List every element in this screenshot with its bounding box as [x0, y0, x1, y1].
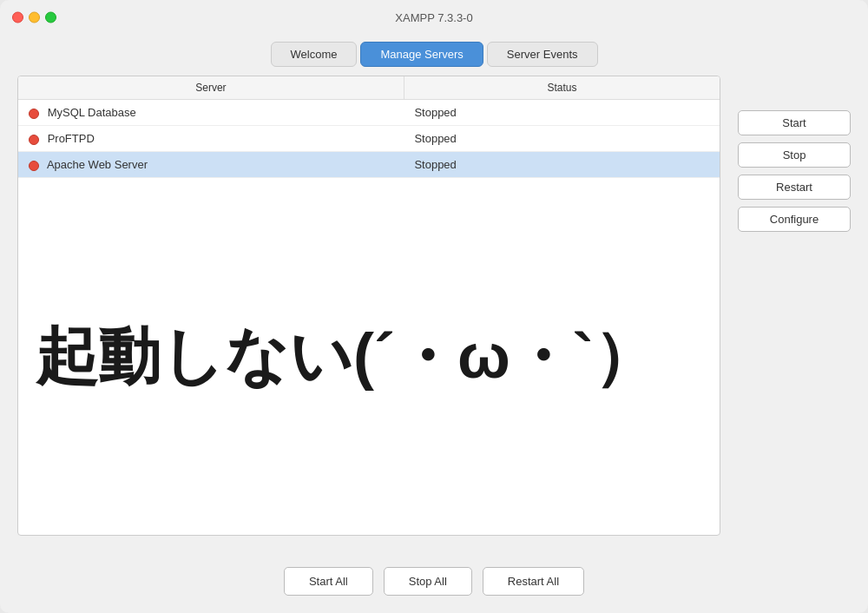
main-panel: Server Status MySQL Database Stopped: [17, 76, 720, 536]
bottom-buttons: Start All Stop All Restart All: [284, 567, 584, 596]
column-server: Server: [18, 76, 404, 100]
server-name-mysql: MySQL Database: [18, 100, 404, 126]
table-row[interactable]: Apache Web Server Stopped: [18, 152, 720, 178]
server-name-apache: Apache Web Server: [18, 152, 404, 178]
stop-button[interactable]: Stop: [738, 142, 851, 168]
server-name-proftpd: ProFTPD: [18, 126, 404, 152]
tab-welcome[interactable]: Welcome: [271, 42, 358, 67]
table-row[interactable]: MySQL Database Stopped: [18, 100, 720, 126]
traffic-lights: [12, 12, 56, 23]
maximize-button[interactable]: [45, 12, 56, 23]
server-status-proftpd: Stopped: [404, 126, 720, 152]
close-button[interactable]: [12, 12, 23, 23]
server-status-apache: Stopped: [404, 152, 720, 178]
window-title: XAMPP 7.3.3-0: [395, 11, 472, 24]
sidebar-buttons: Start Stop Restart Configure: [738, 76, 851, 232]
column-status: Status: [404, 76, 720, 100]
configure-button[interactable]: Configure: [738, 207, 851, 232]
restart-all-button[interactable]: Restart All: [483, 567, 584, 596]
start-button[interactable]: Start: [738, 110, 851, 135]
tab-manage-servers[interactable]: Manage Servers: [360, 42, 483, 67]
big-text-display: 起動しない(´・ω・`）: [36, 315, 656, 399]
status-indicator-proftpd: [29, 135, 39, 145]
restart-button[interactable]: Restart: [738, 175, 851, 200]
table-row[interactable]: ProFTPD Stopped: [18, 126, 720, 152]
big-text-area: 起動しない(´・ω・`）: [18, 178, 720, 535]
main-window: XAMPP 7.3.3-0 Welcome Manage Servers Ser…: [0, 0, 868, 613]
start-all-button[interactable]: Start All: [284, 567, 373, 596]
content-area: Server Status MySQL Database Stopped: [17, 76, 851, 553]
stop-all-button[interactable]: Stop All: [384, 567, 472, 596]
server-status-mysql: Stopped: [404, 100, 720, 126]
status-indicator-apache: [29, 161, 39, 171]
status-indicator-mysql: [29, 109, 39, 119]
tab-server-events[interactable]: Server Events: [487, 42, 598, 67]
server-table: Server Status MySQL Database Stopped: [18, 76, 720, 178]
minimize-button[interactable]: [29, 12, 40, 23]
title-bar: XAMPP 7.3.3-0: [0, 0, 868, 35]
tab-bar: Welcome Manage Servers Server Events: [269, 42, 600, 67]
